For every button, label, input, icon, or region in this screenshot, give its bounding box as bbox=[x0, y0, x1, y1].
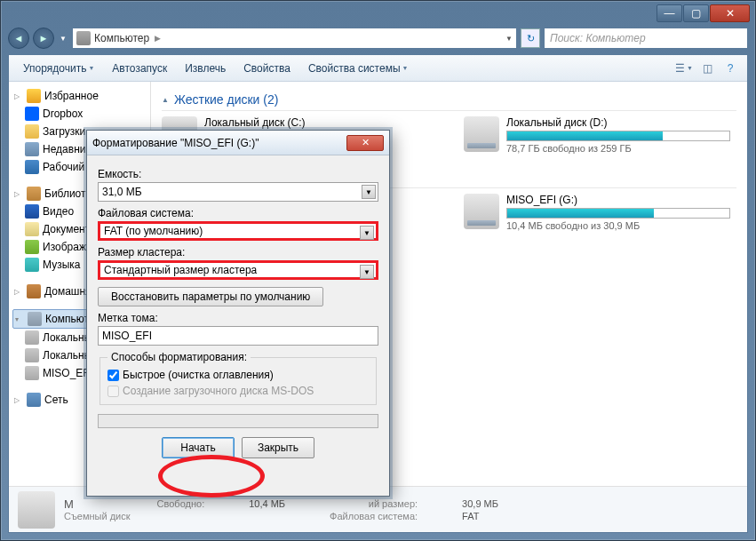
address-bar[interactable]: Компьютер ▶ ▼ bbox=[72, 28, 517, 49]
homegroup-icon bbox=[27, 284, 41, 298]
computer-icon bbox=[76, 31, 91, 45]
statusbar-size-lbl: ий размер: bbox=[330, 498, 418, 509]
computer-icon bbox=[28, 312, 42, 326]
image-icon bbox=[25, 240, 39, 254]
maximize-button[interactable]: ▢ bbox=[683, 4, 709, 22]
address-dropdown[interactable]: ▼ bbox=[505, 35, 513, 43]
chevron-down-icon: ▼ bbox=[360, 265, 374, 279]
minimize-button[interactable]: — bbox=[657, 4, 682, 22]
drive-name: MISO_EFI (G:) bbox=[506, 194, 730, 206]
statusbar-size-val: 30,9 МБ bbox=[462, 498, 498, 509]
nav-back-button[interactable]: ◄ bbox=[8, 28, 29, 49]
drive-name: Локальный диск (C:) bbox=[204, 116, 428, 129]
nav-forward-button[interactable]: ► bbox=[33, 28, 54, 49]
capacity-label: Емкость: bbox=[98, 168, 378, 180]
refresh-button[interactable]: ↻ bbox=[521, 28, 540, 48]
filesystem-select[interactable]: FAT (по умолчанию)▼ bbox=[98, 221, 378, 241]
drive-free: 78,7 ГБ свободно из 259 ГБ bbox=[506, 143, 730, 154]
toolbar: Упорядочить▼ Автозапуск Извлечь Свойства… bbox=[9, 55, 747, 82]
drive-icon bbox=[464, 116, 499, 152]
dialog-close-button[interactable]: ✕ bbox=[346, 135, 384, 151]
format-dialog: Форматирование "MISO_EFI (G:)" ✕ Емкость… bbox=[86, 130, 390, 497]
statusbar-fs-lbl: Файловая система: bbox=[330, 511, 418, 521]
search-placeholder: Поиск: Компьютер bbox=[550, 32, 646, 44]
statusbar-fs-val: FAT bbox=[462, 511, 498, 521]
format-methods-group: Способы форматирования: Быстрое (очистка… bbox=[99, 351, 377, 405]
search-input[interactable]: Поиск: Компьютер bbox=[544, 28, 748, 49]
preview-pane-icon[interactable]: ◫ bbox=[697, 59, 717, 78]
address-text: Компьютер bbox=[94, 32, 149, 44]
drive-d[interactable]: Локальный диск (D:) 78,7 ГБ свободно из … bbox=[464, 116, 730, 154]
title-bar: — ▢ ✕ bbox=[1, 1, 755, 26]
dropbox-icon bbox=[25, 107, 39, 121]
chevron-down-icon: ▼ bbox=[360, 226, 374, 240]
quick-format-checkbox[interactable]: Быстрое (очистка оглавления) bbox=[107, 369, 369, 381]
capacity-bar bbox=[506, 131, 730, 141]
toolbar-autoplay[interactable]: Автозапуск bbox=[105, 59, 174, 78]
cluster-select[interactable]: Стандартный размер кластера▼ bbox=[98, 260, 378, 280]
start-button[interactable]: Начать bbox=[162, 437, 235, 458]
star-icon bbox=[27, 89, 41, 103]
drive-g[interactable]: MISO_EFI (G:) 10,4 МБ свободно из 30,9 М… bbox=[464, 194, 730, 231]
library-icon bbox=[27, 187, 41, 201]
format-progress-bar bbox=[98, 414, 378, 428]
statusbar-free-lbl: Свободно: bbox=[157, 498, 205, 509]
quick-format-input[interactable] bbox=[107, 370, 119, 381]
restore-defaults-button[interactable]: Восстановить параметры по умолчанию bbox=[98, 287, 323, 306]
drive-free: 10,4 МБ свободно из 30,9 МБ bbox=[506, 220, 730, 231]
statusbar-name: M bbox=[64, 497, 131, 511]
msdos-boot-checkbox: Создание загрузочного диска MS-DOS bbox=[107, 385, 369, 397]
music-icon bbox=[25, 258, 39, 272]
capacity-select[interactable]: 31,0 МБ▼ bbox=[98, 182, 378, 202]
document-icon bbox=[25, 222, 39, 236]
window-close-button[interactable]: ✕ bbox=[710, 4, 750, 22]
volume-label-input[interactable] bbox=[98, 326, 378, 346]
dialog-title-bar[interactable]: Форматирование "MISO_EFI (G:)" ✕ bbox=[87, 131, 389, 155]
sidebar-favorites[interactable]: ▷Избранное bbox=[12, 87, 147, 105]
disk-icon bbox=[25, 366, 39, 380]
format-methods-label: Способы форматирования: bbox=[107, 351, 251, 363]
nav-history-dropdown[interactable]: ▼ bbox=[58, 29, 68, 47]
help-icon[interactable]: ? bbox=[720, 59, 740, 78]
statusbar-free-val: 10,4 МБ bbox=[249, 498, 285, 509]
download-icon bbox=[25, 124, 39, 139]
toolbar-properties[interactable]: Свойства bbox=[236, 59, 298, 78]
disk-icon bbox=[25, 348, 39, 362]
cluster-label: Размер кластера: bbox=[98, 246, 378, 259]
msdos-boot-input bbox=[107, 386, 119, 397]
chevron-right-icon: ▶ bbox=[155, 34, 161, 43]
nav-bar: ◄ ► ▼ Компьютер ▶ ▼ ↻ Поиск: Компьютер bbox=[8, 26, 748, 51]
video-icon bbox=[25, 204, 39, 219]
dialog-title: Форматирование "MISO_EFI (G:)" bbox=[92, 137, 346, 149]
section-hard-disks[interactable]: ▲Жесткие диски (2) bbox=[162, 89, 736, 111]
selected-drive-icon bbox=[18, 491, 55, 529]
volume-label-label: Метка тома: bbox=[98, 312, 378, 324]
sidebar-dropbox[interactable]: Dropbox bbox=[12, 105, 147, 123]
drive-name: Локальный диск (D:) bbox=[506, 116, 730, 129]
toolbar-sys-properties[interactable]: Свойства системы▼ bbox=[301, 59, 416, 78]
view-icon[interactable]: ☰▼ bbox=[674, 59, 694, 78]
statusbar-type: Съемный диск bbox=[64, 511, 131, 521]
drive-icon bbox=[464, 194, 499, 229]
desktop-icon bbox=[25, 160, 39, 174]
close-button[interactable]: Закрыть bbox=[242, 437, 314, 458]
capacity-bar bbox=[506, 208, 730, 219]
filesystem-label: Файловая система: bbox=[98, 207, 378, 219]
toolbar-organize[interactable]: Упорядочить▼ bbox=[16, 59, 101, 78]
toolbar-eject[interactable]: Извлечь bbox=[178, 59, 233, 78]
network-icon bbox=[27, 393, 41, 407]
chevron-down-icon: ▼ bbox=[362, 185, 376, 199]
recent-icon bbox=[25, 142, 39, 156]
disk-icon bbox=[25, 330, 39, 345]
